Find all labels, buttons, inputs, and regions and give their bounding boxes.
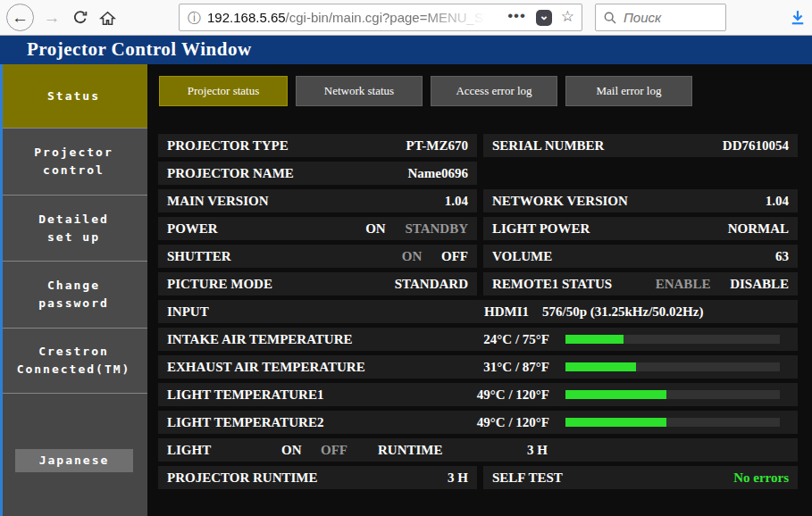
row-projector-name: PROJECTOR NAME Name0696: [158, 162, 477, 185]
row-label: SELF TEST: [492, 466, 563, 489]
bookmark-star-icon[interactable]: ☆: [561, 4, 574, 30]
screen: ← → ⓘ 192.168.5.65/cgi-bin/main.cgi?page…: [0, 0, 812, 516]
tab-projector-status[interactable]: Projector status: [159, 76, 288, 106]
sidebar: Status Projector control Detailed set up…: [0, 64, 147, 516]
table-row: LIGHT TEMPERATURE1 49°C / 120°F: [158, 383, 798, 406]
sidebar-item-label: Status: [47, 87, 100, 105]
sidebar-item-status[interactable]: Status: [0, 64, 147, 128]
shutter-off-option: OFF: [441, 249, 468, 263]
input-source: HDMI1: [484, 300, 529, 323]
temperature-bar: [565, 390, 780, 399]
row-value-group: ON OFF: [402, 245, 468, 268]
table-row: SHUTTER ON OFF VOLUME 63: [158, 245, 798, 268]
sidebar-item-label: Connected(TM): [17, 361, 131, 379]
row-value: 3 H: [448, 466, 468, 489]
url-text: 192.168.5.65/cgi-bin/main.cgi?page=MENU_…: [207, 4, 492, 30]
row-light-temperature1: LIGHT TEMPERATURE1 49°C / 120°F: [158, 383, 798, 406]
row-value: DD7610054: [723, 134, 789, 157]
row-value-group: ON STANDBY: [365, 217, 468, 240]
sidebar-item-label: Crestron: [38, 343, 109, 361]
sidebar-item-detailed-setup[interactable]: Detailed set up: [0, 195, 147, 261]
runtime-value: 3 H: [527, 438, 548, 462]
row-power: POWER ON STANDBY: [158, 217, 477, 240]
forward-button[interactable]: →: [41, 7, 63, 29]
remote1-enable-option: ENABLE: [656, 277, 711, 291]
row-volume: VOLUME 63: [483, 245, 798, 268]
tab-access-error-log[interactable]: Access error log: [431, 76, 557, 106]
row-label: POWER: [167, 217, 218, 240]
temperature-bar-fill: [565, 390, 666, 399]
temperature-value: 49°C / 120°F: [373, 411, 549, 434]
temperature-bar-fill: [565, 362, 636, 371]
search-icon: [603, 11, 617, 25]
sidebar-item-label: control: [43, 162, 105, 179]
pocket-icon[interactable]: ⌄: [536, 10, 552, 26]
row-value: 1.04: [766, 189, 789, 212]
row-label: LIGHT TEMPERATURE2: [167, 411, 323, 434]
sidebar-item-label: Detailed: [38, 211, 109, 229]
input-signal: 576/50p (31.25kHz/50.02Hz): [542, 300, 703, 323]
site-info-icon[interactable]: ⓘ: [188, 4, 201, 30]
row-exhaust-air-temperature: EXHAUST AIR TEMPERATURE 31°C / 87°F: [158, 355, 798, 379]
reload-icon[interactable]: [71, 8, 90, 28]
left-edge-accent: [0, 64, 3, 516]
row-self-test: SELF TEST No errors: [483, 466, 798, 489]
sidebar-item-change-password[interactable]: Change password: [0, 261, 147, 328]
row-value: NORMAL: [728, 217, 789, 240]
row-main-version: MAIN VERSION 1.04: [158, 189, 477, 212]
row-intake-air-temperature: INTAKE AIR TEMPERATURE 24°C / 75°F: [158, 328, 798, 351]
row-remote1-status: REMOTE1 STATUS ENABLE DISABLE: [483, 272, 798, 295]
table-row: PROJECTOR TYPE PT-MZ670 SERIAL NUMBER DD…: [158, 134, 798, 157]
row-network-version: NETWORK VERSION 1.04: [483, 189, 798, 212]
temperature-bar-fill: [565, 335, 624, 344]
sidebar-bottom-panel: Japanese: [0, 393, 147, 516]
row-label: INTAKE AIR TEMPERATURE: [167, 328, 353, 351]
row-label: EXHAUST AIR TEMPERATURE: [167, 355, 365, 379]
tab-network-status[interactable]: Network status: [296, 76, 423, 106]
row-label: PROJECTOR NAME: [167, 162, 294, 185]
url-bar[interactable]: ⓘ 192.168.5.65/cgi-bin/main.cgi?page=MEN…: [179, 4, 582, 31]
row-label: VOLUME: [492, 245, 552, 268]
row-value: 63: [775, 245, 789, 268]
row-label: INPUT: [167, 300, 209, 323]
light-off-option: OFF: [321, 438, 347, 462]
temperature-value: 31°C / 87°F: [373, 355, 549, 379]
light-on-option: ON: [281, 438, 302, 462]
sidebar-item-label: password: [38, 295, 109, 312]
table-row: PROJECTOR RUNTIME 3 H SELF TEST No error…: [158, 466, 798, 489]
row-projector-type: PROJECTOR TYPE PT-MZ670: [158, 134, 477, 157]
download-icon[interactable]: [788, 8, 808, 28]
sidebar-item-label: Projector: [34, 144, 113, 162]
table-row: PICTURE MODE STANDARD REMOTE1 STATUS ENA…: [158, 272, 798, 295]
row-input: INPUT HDMI1 576/50p (31.25kHz/50.02Hz): [158, 300, 798, 323]
page-title: Projector Control Window: [27, 36, 252, 64]
power-standby-option: STANDBY: [405, 221, 468, 236]
remote1-disable-option: DISABLE: [730, 277, 789, 291]
temperature-value: 24°C / 75°F: [373, 328, 549, 351]
sidebar-item-crestron[interactable]: Crestron Connected(TM): [0, 328, 147, 393]
row-label: PROJECTOR TYPE: [167, 134, 289, 157]
row-projector-runtime: PROJECTOR RUNTIME 3 H: [158, 466, 477, 489]
row-label: MAIN VERSION: [167, 189, 269, 212]
sidebar-item-projector-control[interactable]: Projector control: [0, 128, 147, 195]
row-value: STANDARD: [395, 272, 468, 295]
table-row: LIGHT ON OFF RUNTIME 3 H: [158, 438, 798, 462]
row-light-temperature2: LIGHT TEMPERATURE2 49°C / 120°F: [158, 411, 798, 434]
row-label: SHUTTER: [167, 245, 231, 268]
power-on-option: ON: [365, 221, 386, 236]
search-input[interactable]: Поиск: [595, 4, 726, 31]
temperature-bar-fill: [565, 418, 666, 427]
runtime-label: RUNTIME: [378, 438, 443, 462]
table-row: INTAKE AIR TEMPERATURE 24°C / 75°F: [158, 328, 798, 351]
row-picture-mode: PICTURE MODE STANDARD: [158, 272, 477, 295]
home-icon[interactable]: [97, 8, 117, 28]
japanese-language-button[interactable]: Japanese: [15, 449, 133, 472]
row-label: LIGHT POWER: [492, 217, 590, 240]
tab-mail-error-log[interactable]: Mail error log: [565, 76, 692, 106]
row-light: LIGHT ON OFF RUNTIME 3 H: [158, 438, 798, 462]
search-placeholder: Поиск: [624, 4, 661, 30]
page-actions-icon[interactable]: •••: [507, 4, 526, 30]
table-row: EXHAUST AIR TEMPERATURE 31°C / 87°F: [158, 355, 798, 379]
row-value: Name0696: [408, 162, 469, 185]
back-button[interactable]: ←: [6, 4, 34, 31]
